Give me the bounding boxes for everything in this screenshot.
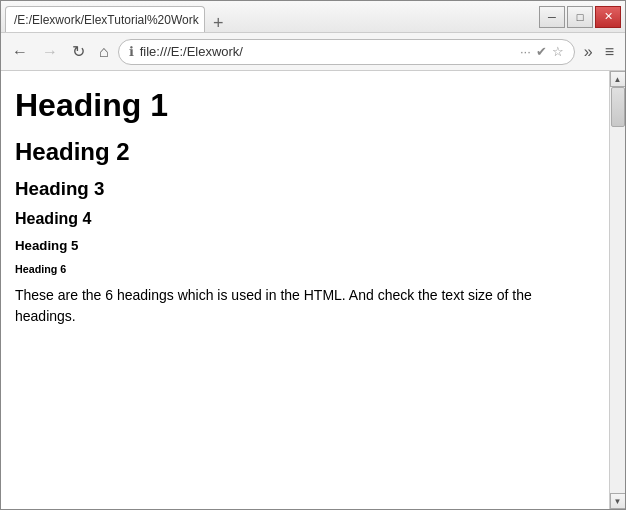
shield-icon[interactable]: ✔ (536, 44, 547, 59)
page-content: Heading 1 Heading 2 Heading 3 Heading 4 … (1, 71, 609, 509)
new-tab-button[interactable]: + (207, 14, 230, 32)
address-icons: ··· ✔ ☆ (520, 44, 564, 59)
back-button[interactable]: ← (7, 42, 33, 62)
tab-label: /E:/Elexwork/ElexTutorial%20Work (14, 13, 199, 27)
active-tab[interactable]: /E:/Elexwork/ElexTutorial%20Work × (5, 6, 205, 32)
paragraph: These are the 6 headings which is used i… (15, 285, 595, 327)
scroll-up-arrow[interactable]: ▲ (610, 71, 626, 87)
menu-button[interactable]: ≡ (600, 42, 619, 62)
info-icon: ℹ (129, 44, 134, 59)
home-button[interactable]: ⌂ (94, 42, 114, 62)
heading-5: Heading 5 (15, 238, 595, 253)
heading-3: Heading 3 (15, 178, 595, 200)
close-button[interactable]: ✕ (595, 6, 621, 28)
address-text: file:///E:/Elexwork/ (140, 44, 514, 59)
content-wrapper: Heading 1 Heading 2 Heading 3 Heading 4 … (1, 71, 625, 509)
heading-6: Heading 6 (15, 263, 595, 275)
scroll-down-arrow[interactable]: ▼ (610, 493, 626, 509)
nav-extra-buttons: » ≡ (579, 42, 619, 62)
maximize-button[interactable]: □ (567, 6, 593, 28)
nav-bar: ← → ↻ ⌂ ℹ file:///E:/Elexwork/ ··· ✔ ☆ »… (1, 33, 625, 71)
refresh-button[interactable]: ↻ (67, 42, 90, 62)
forward-button[interactable]: → (37, 42, 63, 62)
window-controls: ─ □ ✕ (539, 6, 625, 28)
title-bar: /E:/Elexwork/ElexTutorial%20Work × + ─ □… (1, 1, 625, 33)
scroll-thumb[interactable] (611, 87, 625, 127)
minimize-button[interactable]: ─ (539, 6, 565, 28)
browser-window: /E:/Elexwork/ElexTutorial%20Work × + ─ □… (0, 0, 626, 510)
star-icon[interactable]: ☆ (552, 44, 564, 59)
scroll-track[interactable] (611, 87, 625, 493)
tab-bar: /E:/Elexwork/ElexTutorial%20Work × + (5, 1, 539, 32)
heading-1: Heading 1 (15, 87, 595, 124)
extend-button[interactable]: » (579, 42, 598, 62)
heading-4: Heading 4 (15, 210, 595, 228)
scrollbar[interactable]: ▲ ▼ (609, 71, 625, 509)
more-options-icon[interactable]: ··· (520, 44, 531, 59)
heading-2: Heading 2 (15, 138, 595, 166)
address-bar[interactable]: ℹ file:///E:/Elexwork/ ··· ✔ ☆ (118, 39, 575, 65)
